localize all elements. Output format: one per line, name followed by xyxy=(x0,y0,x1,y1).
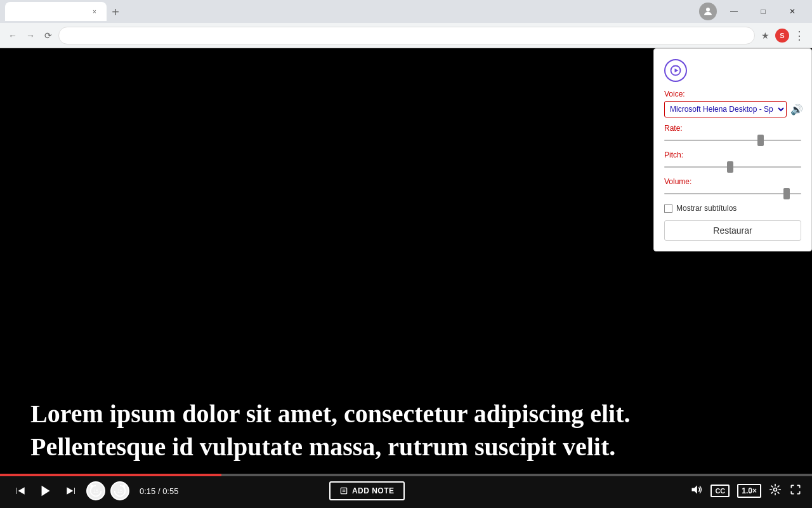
svg-text:15: 15 xyxy=(117,488,122,494)
content-area: Lorem ipsum dolor sit amet, consectetur … xyxy=(0,48,812,508)
volume-label: Volume: xyxy=(664,177,801,186)
maximize-button[interactable]: □ xyxy=(749,1,778,22)
tts-popup: Voice: Microsoft Helena Desktop - Sp 🔊 R… xyxy=(653,48,812,251)
subtitle-line-1: Lorem ipsum dolor sit amet, consectetur … xyxy=(30,398,782,431)
subtitle-line-2: Pellentesque id vulputate massa, rutrum … xyxy=(30,431,782,464)
svg-rect-12 xyxy=(341,488,346,493)
forward-button[interactable]: → xyxy=(23,28,38,43)
volume-button[interactable] xyxy=(690,483,703,498)
rate-label: Rate: xyxy=(664,124,801,133)
voice-row: Microsoft Helena Desktop - Sp 🔊 xyxy=(664,101,801,117)
controls-bar: 15 15 0:15 / 0:55 ADD NO xyxy=(0,474,812,508)
svg-marker-15 xyxy=(692,485,697,493)
progress-bar-container[interactable] xyxy=(0,474,812,476)
active-tab[interactable]: × xyxy=(5,2,107,21)
forward-15-button[interactable]: 15 xyxy=(110,481,129,500)
right-controls: CC 1.0× xyxy=(690,483,802,499)
back-button[interactable]: ← xyxy=(5,28,20,43)
pitch-row: Pitch: xyxy=(664,150,801,172)
reload-button[interactable]: ⟳ xyxy=(41,28,56,43)
rate-slider[interactable] xyxy=(664,135,801,145)
settings-button[interactable] xyxy=(769,483,782,499)
time-display: 0:15 / 0:55 xyxy=(140,486,178,496)
subtitle-checkbox[interactable] xyxy=(664,204,672,213)
pitch-label: Pitch: xyxy=(664,150,801,159)
svg-marker-2 xyxy=(675,69,679,72)
subtitle-overlay: Lorem ipsum dolor sit amet, consectetur … xyxy=(0,398,812,464)
tts-speaker-icon[interactable]: 🔊 xyxy=(790,104,803,116)
rate-row: Rate: xyxy=(664,124,801,145)
restore-button[interactable]: Restaurar xyxy=(664,220,801,241)
bookmark-star-icon[interactable]: ★ xyxy=(757,28,773,43)
tab-bar: × + xyxy=(5,2,697,21)
tab-close-button[interactable]: × xyxy=(90,7,99,16)
close-button[interactable]: ✕ xyxy=(778,1,807,22)
video-container[interactable]: Lorem ipsum dolor sit amet, consectetur … xyxy=(0,48,812,508)
volume-slider[interactable] xyxy=(664,189,801,199)
play-button[interactable] xyxy=(36,481,56,501)
add-note-button[interactable]: ADD NOTE xyxy=(329,481,405,500)
svg-marker-4 xyxy=(18,487,25,495)
new-tab-button[interactable]: + xyxy=(107,3,124,21)
fullscreen-button[interactable] xyxy=(789,483,802,499)
svg-marker-6 xyxy=(67,487,73,495)
profile-button[interactable] xyxy=(699,3,717,20)
svg-marker-7 xyxy=(74,488,75,494)
progress-bar-fill xyxy=(0,474,221,476)
cc-button[interactable]: CC xyxy=(710,485,730,497)
svg-marker-5 xyxy=(42,486,50,497)
subtitle-checkbox-row: Mostrar subtítulos xyxy=(664,204,801,213)
skip-to-end-button[interactable] xyxy=(61,481,81,501)
volume-row: Volume: xyxy=(664,177,801,199)
address-bar[interactable] xyxy=(58,27,755,44)
svg-text:15: 15 xyxy=(93,488,98,494)
omnibar: ← → ⟳ ★ S ⋮ xyxy=(0,23,812,48)
chrome-menu-icon[interactable]: ⋮ xyxy=(792,28,807,43)
title-bar: × + — □ ✕ xyxy=(0,0,812,23)
speed-button[interactable]: 1.0× xyxy=(737,484,761,498)
voice-label: Voice: xyxy=(664,90,801,98)
skip-to-start-button[interactable] xyxy=(10,481,30,501)
extension-icon[interactable]: S xyxy=(775,29,789,43)
minimize-button[interactable]: — xyxy=(719,1,749,22)
svg-marker-3 xyxy=(16,488,17,494)
voice-select[interactable]: Microsoft Helena Desktop - Sp xyxy=(664,101,787,117)
svg-point-16 xyxy=(773,488,776,491)
window-controls: — □ ✕ xyxy=(719,1,807,22)
subtitle-checkbox-label: Mostrar subtítulos xyxy=(676,204,737,213)
pitch-slider[interactable] xyxy=(664,162,801,172)
add-note-label: ADD NOTE xyxy=(352,486,395,495)
svg-point-0 xyxy=(706,8,710,11)
rewind-15-button[interactable]: 15 xyxy=(86,481,105,500)
tts-play-button[interactable] xyxy=(664,59,687,82)
